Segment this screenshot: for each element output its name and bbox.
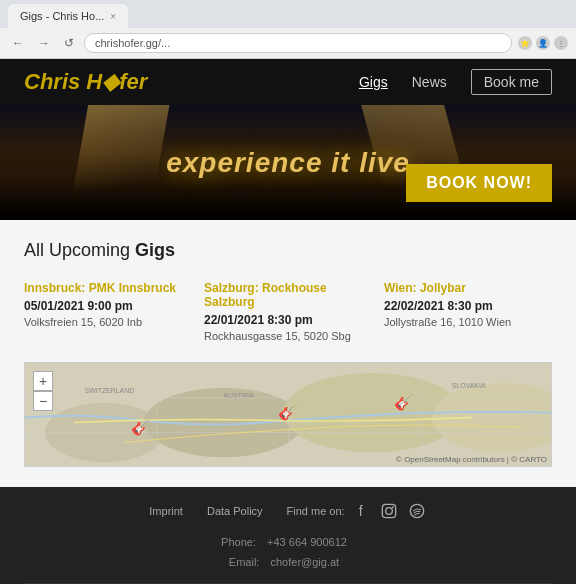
browser-icon-1: ⭐	[518, 36, 532, 50]
back-button[interactable]: ←	[8, 34, 28, 52]
phone-label: Phone:	[221, 536, 256, 548]
gig-date: 22/02/2021 8:30 pm	[384, 299, 552, 313]
nav-book-me[interactable]: Book me	[471, 69, 552, 95]
map-attribution: © OpenStreetMap contributors | © CARTO	[396, 455, 547, 464]
gig-location: Innsbruck: PMK Innsbruck	[24, 281, 192, 295]
section-prefix: All Upcoming	[24, 240, 130, 260]
footer-phone-row: Phone: +43 664 900612	[24, 533, 552, 553]
map-zoom-in[interactable]: +	[33, 371, 53, 391]
footer-social-section: Find me on: f	[287, 501, 427, 521]
hero-banner: experience it live BOOK NOW!	[0, 105, 576, 220]
footer-imprint[interactable]: Imprint	[149, 505, 183, 517]
hero-tagline: experience it live	[166, 147, 410, 179]
gig-address: Jollystraße 16, 1010 Wien	[384, 316, 552, 328]
gig-item: Salzburg: Rockhouse Salzburg 22/01/2021 …	[204, 277, 372, 346]
url-bar[interactable]: chrishofer.gg/...	[84, 33, 512, 53]
guitar-pin-salzburg: 🎸	[278, 402, 298, 421]
gig-date: 05/01/2021 9:00 pm	[24, 299, 192, 313]
site-logo: Chris H◆fer	[24, 69, 147, 95]
browser-icon-2: 👤	[536, 36, 550, 50]
gig-location: Wien: Jollybar	[384, 281, 552, 295]
gig-item: Innsbruck: PMK Innsbruck 05/01/2021 9:00…	[24, 277, 192, 346]
phone-value: +43 664 900612	[267, 536, 347, 548]
email-value: chofer@gig.at	[270, 556, 339, 568]
footer-top: Imprint Data Policy Find me on: f	[24, 501, 552, 521]
svg-point-14	[385, 508, 392, 515]
footer-contact: Phone: +43 664 900612 Email: chofer@gig.…	[24, 533, 552, 573]
gig-address: Rockhausgasse 15, 5020 Sbg	[204, 330, 372, 342]
address-bar: ← → ↺ chrishofer.gg/... ⭐ 👤 ⋮	[0, 28, 576, 58]
logo-text: Chris H◆fer	[24, 69, 147, 94]
nav-gigs[interactable]: Gigs	[359, 74, 388, 90]
tab-bar: Gigs - Chris Ho... ×	[0, 0, 576, 28]
svg-text:SWITZERLAND: SWITZERLAND	[85, 387, 135, 394]
instagram-icon[interactable]	[379, 501, 399, 521]
logo-diamond: ◆	[102, 69, 119, 94]
footer-data-policy[interactable]: Data Policy	[207, 505, 263, 517]
svg-text:SLOVAKIA: SLOVAKIA	[452, 382, 486, 389]
site-header: Chris H◆fer Gigs News Book me	[0, 59, 576, 105]
browser-icon-3: ⋮	[554, 36, 568, 50]
section-highlight: Gigs	[135, 240, 175, 260]
footer-social-icons: f	[351, 501, 427, 521]
reload-button[interactable]: ↺	[60, 34, 78, 52]
browser-toolbar-icons: ⭐ 👤 ⋮	[518, 36, 568, 50]
tab-title: Gigs - Chris Ho...	[20, 10, 104, 22]
svg-rect-13	[382, 504, 395, 517]
gigs-grid: Innsbruck: PMK Innsbruck 05/01/2021 9:00…	[24, 277, 552, 346]
guitar-pin-innsbruck: 🎸	[131, 417, 151, 436]
gig-item: Wien: Jollybar 22/02/2021 8:30 pm Jollys…	[384, 277, 552, 346]
map-zoom-out[interactable]: −	[33, 391, 53, 411]
svg-point-15	[391, 506, 393, 508]
browser-chrome: Gigs - Chris Ho... × ← → ↺ chrishofer.gg…	[0, 0, 576, 59]
gig-location: Salzburg: Rockhouse Salzburg	[204, 281, 372, 309]
url-text: chrishofer.gg/...	[95, 37, 170, 49]
tab-close-button[interactable]: ×	[110, 11, 116, 22]
footer-email-row: Email: chofer@gig.at	[24, 553, 552, 573]
site-nav: Gigs News Book me	[359, 69, 552, 95]
guitar-pin-wien: 🎸	[394, 392, 414, 411]
spotify-icon[interactable]	[407, 501, 427, 521]
gig-address: Volksfreien 15, 6020 Inb	[24, 316, 192, 328]
gig-date: 22/01/2021 8:30 pm	[204, 313, 372, 327]
main-content: All Upcoming Gigs Innsbruck: PMK Innsbru…	[0, 220, 576, 487]
map-controls[interactable]: + −	[33, 371, 53, 411]
section-title: All Upcoming Gigs	[24, 240, 552, 261]
facebook-icon[interactable]: f	[351, 501, 371, 521]
map-container[interactable]: SWITZERLAND AUSTRIA SLOVAKIA + − 🎸 🎸 🎸 ©…	[24, 362, 552, 467]
site-footer: Imprint Data Policy Find me on: f Phone:…	[0, 487, 576, 584]
browser-tab[interactable]: Gigs - Chris Ho... ×	[8, 4, 128, 28]
email-label: Email:	[229, 556, 260, 568]
nav-news[interactable]: News	[412, 74, 447, 90]
hero-book-button[interactable]: BOOK NOW!	[406, 164, 552, 202]
forward-button[interactable]: →	[34, 34, 54, 52]
footer-find-label: Find me on:	[287, 505, 345, 517]
